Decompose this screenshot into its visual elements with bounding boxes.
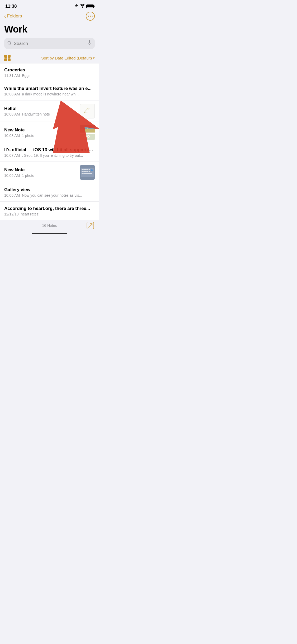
note-meta: 10:06 AM 1 photo bbox=[4, 173, 80, 178]
list-item[interactable]: New Note 10:06 AM 1 photo bbox=[0, 162, 99, 183]
note-meta: 10:08 AM Handwritten note bbox=[4, 112, 80, 116]
svg-rect-28 bbox=[82, 173, 83, 174]
sort-label: Sort by Date Edited (Default) bbox=[41, 56, 92, 60]
svg-rect-24 bbox=[83, 171, 85, 172]
sort-button[interactable]: Sort by Date Edited (Default) ▾ bbox=[41, 56, 95, 60]
svg-rect-23 bbox=[82, 171, 83, 172]
svg-rect-29 bbox=[83, 173, 89, 174]
note-time: 10:08 AM bbox=[4, 112, 20, 116]
list-item[interactable]: New Note 10:08 AM 1 photo bbox=[0, 122, 99, 143]
note-title: New Note bbox=[4, 127, 77, 133]
note-thumbnail bbox=[80, 165, 95, 180]
note-title: Groceries bbox=[4, 67, 95, 73]
note-preview: heart rates: bbox=[21, 212, 95, 216]
note-time: 10:08 AM bbox=[4, 92, 20, 96]
wifi-icon bbox=[80, 4, 85, 9]
svg-rect-25 bbox=[85, 171, 87, 172]
battery-icon bbox=[86, 4, 94, 8]
note-content: Groceries 11:31 AM Eggs bbox=[4, 67, 95, 78]
note-title: Hello! bbox=[4, 106, 80, 111]
note-time: 10:07 AM bbox=[4, 153, 20, 158]
note-content: New Note 10:08 AM 1 photo bbox=[4, 127, 77, 138]
note-content: It's official — iOS 13 will hit all supp… bbox=[4, 147, 95, 158]
svg-rect-20 bbox=[87, 169, 88, 170]
svg-point-14 bbox=[88, 136, 89, 137]
note-meta: 10:08 AM a dark mode is nowhere near wh.… bbox=[4, 92, 95, 96]
svg-rect-26 bbox=[87, 171, 88, 172]
list-item[interactable]: While the Smart Invert feature was an e.… bbox=[0, 82, 99, 100]
svg-point-12 bbox=[84, 136, 86, 138]
note-title: According to heart.org, there are three.… bbox=[4, 206, 95, 211]
svg-line-1 bbox=[11, 44, 11, 45]
more-button[interactable] bbox=[86, 12, 95, 21]
sort-chevron-icon: ▾ bbox=[93, 56, 95, 60]
svg-rect-19 bbox=[85, 169, 87, 170]
note-content: New Note 10:06 AM 1 photo bbox=[4, 167, 80, 178]
note-preview: , Sept. 19. If you're itching to try out… bbox=[22, 153, 95, 158]
note-title: While the Smart Invert feature was an e.… bbox=[4, 86, 95, 91]
grid-view-button[interactable] bbox=[4, 55, 11, 61]
note-thumbnail bbox=[80, 104, 95, 118]
list-item[interactable]: Hello! 10:08 AM Handwritten note bbox=[0, 100, 99, 122]
note-meta: 10:07 AM , Sept. 19. If you're itching t… bbox=[4, 153, 95, 158]
svg-rect-18 bbox=[83, 169, 85, 170]
note-thumbnail bbox=[80, 125, 95, 140]
back-button[interactable]: ‹ Folders bbox=[4, 13, 22, 19]
svg-line-34 bbox=[88, 224, 92, 227]
home-indicator bbox=[0, 231, 99, 237]
svg-point-0 bbox=[8, 41, 11, 44]
note-meta: 10:06 AM Now you can see your notes as v… bbox=[4, 193, 95, 197]
status-bar: 11:38 bbox=[0, 0, 99, 11]
note-content: According to heart.org, there are three.… bbox=[4, 206, 95, 216]
note-time: 12/12/18 bbox=[4, 212, 19, 216]
more-dots-icon bbox=[88, 16, 93, 17]
compose-button[interactable] bbox=[86, 221, 95, 230]
nav-bar: ‹ Folders bbox=[0, 11, 99, 23]
notes-list: Groceries 11:31 AM Eggs While the Smart … bbox=[0, 63, 99, 220]
note-preview: 1 photo bbox=[22, 134, 77, 138]
page-title: Work bbox=[4, 24, 95, 35]
note-time: 10:06 AM bbox=[4, 193, 20, 197]
airplane-icon bbox=[74, 4, 78, 9]
note-title: Gallery view bbox=[4, 187, 95, 192]
thumbnail-road-image bbox=[80, 125, 95, 133]
status-icons bbox=[74, 4, 94, 9]
svg-rect-2 bbox=[89, 40, 90, 43]
note-meta: 11:31 AM Eggs bbox=[4, 73, 95, 78]
list-item[interactable]: According to heart.org, there are three.… bbox=[0, 202, 99, 220]
note-content: Hello! 10:08 AM Handwritten note bbox=[4, 106, 80, 116]
note-preview: Eggs bbox=[22, 73, 95, 78]
page-title-container: Work bbox=[0, 23, 99, 38]
search-icon bbox=[7, 41, 12, 46]
svg-line-5 bbox=[84, 108, 88, 112]
search-container bbox=[0, 38, 99, 53]
svg-rect-27 bbox=[89, 171, 90, 172]
note-meta: 12/12/18 heart rates: bbox=[4, 212, 95, 216]
note-title: New Note bbox=[4, 167, 80, 173]
svg-rect-21 bbox=[89, 169, 90, 170]
toolbar: Sort by Date Edited (Default) ▾ bbox=[0, 53, 99, 63]
mic-icon bbox=[87, 40, 92, 47]
list-item[interactable]: Groceries 11:31 AM Eggs bbox=[0, 63, 99, 82]
home-bar bbox=[32, 233, 67, 234]
note-time: 10:06 AM bbox=[4, 173, 20, 178]
note-content: While the Smart Invert feature was an e.… bbox=[4, 86, 95, 96]
search-bar[interactable] bbox=[4, 38, 95, 49]
back-chevron-icon: ‹ bbox=[4, 13, 6, 19]
list-item[interactable]: It's official — iOS 13 will hit all supp… bbox=[0, 143, 99, 162]
note-time: 11:31 AM bbox=[4, 73, 20, 78]
note-preview: a dark mode is nowhere near wh... bbox=[22, 92, 95, 96]
svg-rect-17 bbox=[82, 169, 83, 170]
search-input[interactable] bbox=[14, 41, 85, 46]
note-preview: 1 photo bbox=[22, 173, 80, 178]
note-content: Gallery view 10:06 AM Now you can see yo… bbox=[4, 187, 95, 197]
note-time: 10:08 AM bbox=[4, 134, 20, 138]
note-preview: Handwritten note bbox=[22, 112, 80, 116]
note-preview: Now you can see your notes as vis... bbox=[22, 193, 95, 197]
svg-line-6 bbox=[88, 108, 89, 109]
note-title: It's official — iOS 13 will hit all supp… bbox=[4, 147, 95, 153]
notes-count: 16 Notes bbox=[42, 223, 57, 228]
list-item[interactable]: Gallery view 10:06 AM Now you can see yo… bbox=[0, 183, 99, 202]
svg-rect-30 bbox=[89, 173, 92, 174]
status-time: 11:38 bbox=[5, 4, 17, 9]
